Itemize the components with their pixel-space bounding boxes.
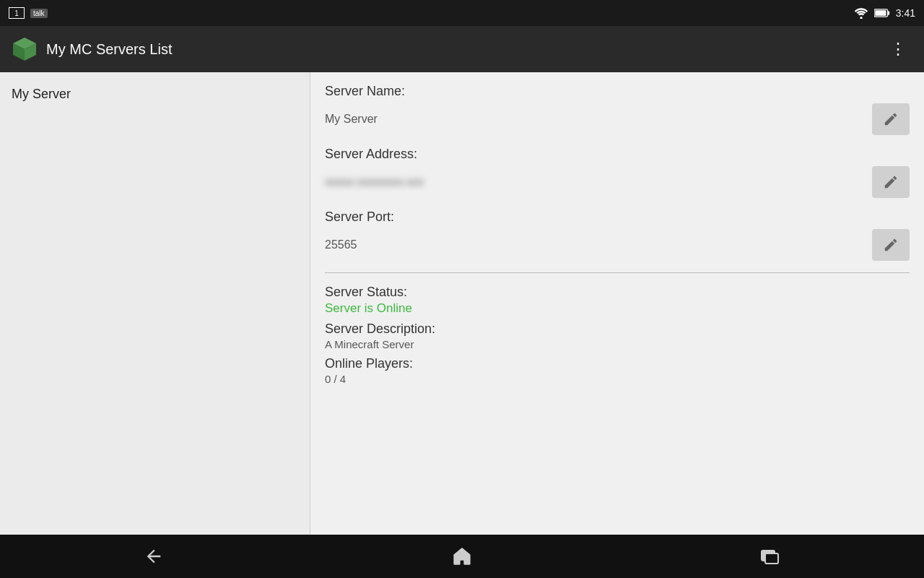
server-port-section: Server Port: 25565: [325, 210, 910, 261]
svg-rect-3: [875, 10, 886, 16]
notification-icon-1: 1: [9, 7, 25, 19]
nav-back-button[interactable]: [115, 540, 193, 572]
status-time: 3:41: [896, 7, 915, 19]
server-status-value: Server is Online: [325, 301, 910, 316]
recents-icon: [760, 548, 780, 565]
server-list-item[interactable]: My Server: [0, 72, 310, 116]
pencil-icon: [883, 174, 899, 190]
back-icon: [144, 546, 164, 566]
pencil-icon: [883, 237, 899, 253]
online-players-value: 0 / 4: [325, 373, 910, 385]
server-address-row: xxxxx.xxxxxxxx.xxx: [325, 166, 910, 198]
navigation-bar: [0, 535, 924, 578]
server-name-section: Server Name: My Server: [325, 84, 910, 135]
server-description-label: Server Description:: [325, 322, 910, 337]
server-address-section: Server Address: xxxxx.xxxxxxxx.xxx: [325, 147, 910, 198]
edit-server-name-button[interactable]: [872, 103, 910, 135]
server-address-value: xxxxx.xxxxxxxx.xxx: [325, 176, 424, 189]
pencil-icon: [883, 111, 899, 127]
server-list-panel: My Server: [0, 72, 310, 535]
app-logo-icon: [12, 36, 38, 62]
divider: [325, 272, 910, 273]
server-name-value: My Server: [325, 113, 378, 126]
server-status-section: Server Status: Server is Online: [325, 285, 910, 316]
server-port-row: 25565: [325, 229, 910, 261]
status-bar-right: 3:41: [854, 7, 915, 19]
server-name-row: My Server: [325, 103, 910, 135]
server-list-item-name: My Server: [12, 87, 71, 101]
svg-point-0: [860, 17, 862, 19]
server-port-value: 25565: [325, 238, 357, 251]
server-address-label: Server Address:: [325, 147, 910, 162]
server-port-label: Server Port:: [325, 210, 910, 225]
svg-rect-8: [765, 553, 778, 564]
server-status-label: Server Status:: [325, 285, 910, 300]
server-detail-panel: Server Name: My Server Server Address: x…: [310, 72, 924, 535]
nav-recents-button[interactable]: [731, 542, 809, 571]
edit-server-address-button[interactable]: [872, 166, 910, 198]
edit-server-port-button[interactable]: [872, 229, 910, 261]
svg-rect-2: [887, 11, 889, 14]
nav-home-button[interactable]: [423, 540, 501, 572]
status-bar-left: 1 talk: [9, 7, 48, 19]
main-content: My Server Server Name: My Server Server …: [0, 72, 924, 535]
wifi-icon: [854, 7, 868, 19]
server-description-value: A Minecraft Server: [325, 338, 910, 350]
server-description-section: Server Description: A Minecraft Server: [325, 322, 910, 350]
online-players-label: Online Players:: [325, 356, 910, 371]
battery-icon: [874, 8, 890, 18]
app-bar: My MC Servers List ⋮: [0, 26, 924, 72]
app-bar-left: My MC Servers List: [12, 36, 172, 62]
status-bar: 1 talk 3:41: [0, 0, 924, 26]
talk-icon: talk: [30, 9, 48, 18]
online-players-section: Online Players: 0 / 4: [325, 356, 910, 385]
overflow-menu-button[interactable]: ⋮: [884, 38, 912, 60]
server-name-label: Server Name:: [325, 84, 910, 99]
app-title: My MC Servers List: [46, 41, 172, 58]
home-icon: [452, 546, 472, 566]
